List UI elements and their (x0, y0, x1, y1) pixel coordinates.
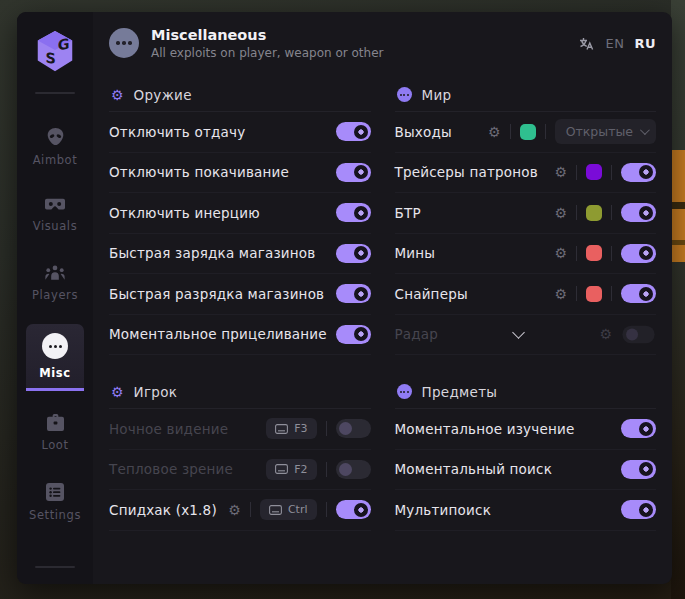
hotkey-badge[interactable]: Ctrl (260, 499, 317, 520)
row-label: Трейсеры патронов (395, 164, 538, 180)
keyboard-icon (269, 505, 282, 515)
sidebar-item-label: Settings (29, 508, 81, 522)
row-label: Моментальное прицеливание (109, 326, 327, 342)
control-separator (576, 205, 577, 220)
toggle[interactable] (621, 284, 656, 303)
color-swatch[interactable] (520, 124, 536, 140)
toggle[interactable] (621, 460, 656, 479)
gear-icon[interactable]: ⚙ (554, 165, 567, 179)
setting-row-fast-unload: Быстрая разрядка магазинов (109, 274, 371, 315)
sidebar-item-players[interactable]: Players (26, 255, 84, 310)
color-swatch[interactable] (586, 205, 602, 221)
color-swatch[interactable] (586, 286, 602, 302)
keyboard-icon (275, 424, 288, 434)
toggle[interactable] (622, 326, 654, 343)
page-title: Miscellaneous (151, 27, 383, 43)
control-separator (576, 165, 577, 180)
sidebar-item-loot[interactable]: Loot (26, 405, 84, 460)
setting-row-btr: БТР ⚙ (395, 193, 657, 234)
page-header: Miscellaneous All exploits on player, we… (109, 12, 656, 74)
gear-icon[interactable]: ⚙ (554, 206, 567, 220)
gear-icon: ⚙ (111, 88, 124, 102)
gear-icon[interactable]: ⚙ (488, 125, 501, 139)
sidebar-item-label: Loot (41, 438, 68, 452)
row-label: Моментальное изучение (395, 421, 575, 437)
toggle[interactable] (621, 163, 656, 182)
gear-icon[interactable]: ⚙ (554, 246, 567, 260)
toggle[interactable] (336, 500, 371, 519)
cheat-menu-window: S G Aimbot Visuals (17, 12, 672, 584)
row-label: Отключить инерцию (109, 205, 260, 221)
sidebar-divider-bottom (35, 566, 75, 568)
translate-icon (578, 35, 595, 52)
toggle[interactable] (336, 203, 371, 222)
row-label: Выходы (395, 124, 452, 140)
setting-row-multisearch: Мультипоиск (395, 490, 657, 531)
row-label: Быстрая разрядка магазинов (109, 286, 324, 302)
row-label: Радар (395, 326, 439, 342)
row-label: БТР (395, 205, 421, 221)
chevron-down-icon[interactable] (512, 326, 525, 339)
control-separator (611, 205, 612, 220)
sidebar-item-aimbot[interactable]: Aimbot (26, 118, 84, 175)
setting-row-no-sway: Отключить покачивание (109, 153, 371, 194)
briefcase-icon (46, 414, 65, 431)
toggle[interactable] (336, 244, 371, 263)
alien-icon (46, 127, 65, 146)
page-header-text: Miscellaneous All exploits on player, we… (151, 27, 383, 60)
control-separator (326, 462, 327, 477)
setting-row-no-recoil: Отключить отдачу (109, 112, 371, 153)
section-title: Игрок (134, 384, 178, 400)
toggle[interactable] (336, 325, 371, 344)
setting-row-night-vision: Ночное видение F3 (109, 409, 371, 450)
control-separator (326, 502, 327, 517)
row-label: Спидхак (x1.8) (109, 502, 217, 518)
toggle[interactable] (621, 500, 656, 519)
toggle[interactable] (336, 163, 371, 182)
gear-icon[interactable]: ⚙ (228, 503, 241, 517)
hotkey-badge[interactable]: F3 (266, 418, 316, 439)
setting-row-no-inertia: Отключить инерцию (109, 193, 371, 234)
gear-icon[interactable]: ⚙ (599, 327, 612, 341)
vr-goggles-icon (45, 198, 65, 212)
sidebar-item-misc[interactable]: Misc (26, 324, 84, 391)
toggle[interactable] (336, 122, 371, 141)
row-label: Снайперы (395, 286, 468, 302)
world-icon (397, 87, 412, 102)
chevron-down-icon (640, 125, 650, 135)
row-label: Мины (395, 245, 436, 261)
toggle[interactable] (621, 419, 656, 438)
hotkey-badge[interactable]: F2 (266, 459, 316, 480)
toggle[interactable] (336, 284, 371, 303)
toggle[interactable] (336, 460, 371, 479)
lang-option-ru[interactable]: RU (634, 36, 656, 51)
ellipsis-circle-icon (109, 28, 139, 58)
radar-expander-area (438, 332, 599, 337)
section-items: Предметы Моментальное изучение Моменталь… (395, 375, 657, 531)
toggle[interactable] (621, 244, 656, 263)
control-separator (611, 165, 612, 180)
keyboard-icon (275, 464, 288, 474)
control-separator (611, 246, 612, 261)
people-icon (45, 264, 65, 281)
svg-text:G: G (58, 36, 70, 54)
control-separator (576, 286, 577, 301)
lang-option-en[interactable]: EN (605, 36, 624, 51)
sidebar-item-visuals[interactable]: Visuals (26, 189, 84, 241)
exits-dropdown[interactable]: Открытые (555, 119, 656, 144)
setting-row-speedhack: Спидхак (x1.8) ⚙ Ctrl (109, 490, 371, 531)
content-area: Miscellaneous All exploits on player, we… (93, 12, 672, 584)
gear-icon[interactable]: ⚙ (554, 287, 567, 301)
section-world: Мир Выходы ⚙ Открытые (395, 78, 657, 355)
row-label: Тепловое зрение (109, 461, 233, 477)
settings-columns: ⚙ Оружие Отключить отдачу Отключить пока… (109, 74, 656, 531)
toggle[interactable] (621, 203, 656, 222)
color-swatch[interactable] (586, 164, 602, 180)
setting-row-thermal-vision: Тепловое зрение F2 (109, 450, 371, 491)
sidebar-item-settings[interactable]: Settings (26, 474, 84, 530)
color-swatch[interactable] (586, 245, 602, 261)
settings-list-icon (46, 483, 64, 501)
toggle[interactable] (336, 419, 371, 438)
left-column: ⚙ Оружие Отключить отдачу Отключить пока… (109, 74, 371, 531)
row-label: Ночное видение (109, 421, 228, 437)
